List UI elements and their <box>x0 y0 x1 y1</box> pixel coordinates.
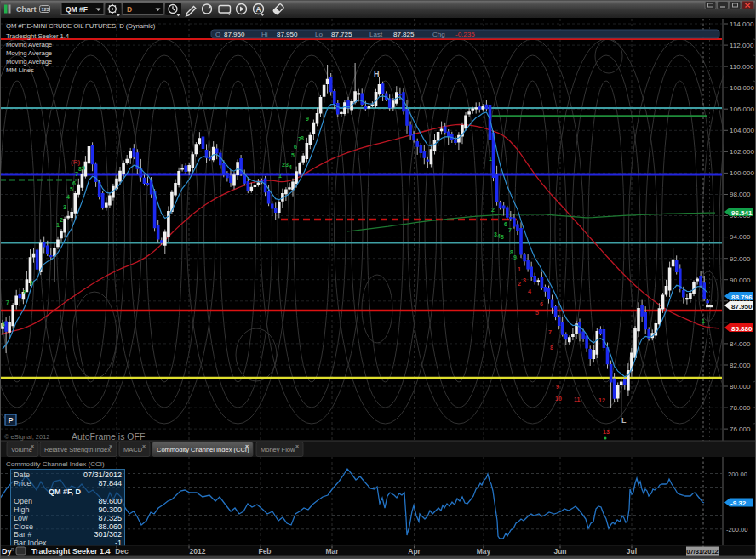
svg-text:88.796: 88.796 <box>731 294 753 301</box>
svg-text:9: 9 <box>82 165 85 171</box>
svg-text:Dy: Dy <box>2 547 12 556</box>
svg-text:82.000: 82.000 <box>730 362 751 369</box>
svg-text:1: 1 <box>518 266 521 272</box>
svg-text:5: 5 <box>291 152 295 158</box>
svg-text:1: 1 <box>702 318 705 324</box>
svg-text:90.300: 90.300 <box>98 505 122 514</box>
svg-text:6: 6 <box>2 322 5 328</box>
svg-text:QM #F: QM #F <box>66 5 88 14</box>
svg-text:114.000: 114.000 <box>730 20 754 28</box>
svg-text:87.725: 87.725 <box>331 31 352 38</box>
svg-text:6: 6 <box>294 144 297 150</box>
svg-text:6: 6 <box>504 221 507 227</box>
svg-text:4: 4 <box>66 194 70 200</box>
svg-text:102.000: 102.000 <box>730 148 754 156</box>
svg-text:High: High <box>14 505 30 514</box>
svg-text:×: × <box>31 443 34 449</box>
svg-text:Feb: Feb <box>258 547 271 556</box>
svg-text:88.060: 88.060 <box>98 522 122 531</box>
svg-text:301/302: 301/302 <box>94 530 122 539</box>
svg-text:12: 12 <box>598 397 605 403</box>
svg-text:Dec: Dec <box>115 547 129 556</box>
svg-text:Open: Open <box>14 497 32 505</box>
svg-text:100.000: 100.000 <box>730 169 754 177</box>
svg-text:Mar: Mar <box>325 547 339 556</box>
svg-text:4: 4 <box>528 288 531 294</box>
svg-text:9: 9 <box>513 254 517 260</box>
svg-text:Chg: Chg <box>432 31 445 38</box>
svg-text:Low: Low <box>14 514 28 522</box>
svg-text:Commodity Channel Index (CCI): Commodity Channel Index (CCI) <box>157 446 249 453</box>
svg-text:Price: Price <box>14 479 32 488</box>
svg-text:L: L <box>621 416 627 425</box>
svg-text:110.000: 110.000 <box>730 63 754 71</box>
svg-text:Tradesight Seeker 1.4: Tradesight Seeker 1.4 <box>32 547 111 556</box>
svg-text:90.000: 90.000 <box>730 277 751 284</box>
svg-text:13: 13 <box>603 429 610 435</box>
svg-text:7: 7 <box>548 329 552 335</box>
svg-text:112.000: 112.000 <box>730 42 754 49</box>
svg-text:87.950: 87.950 <box>731 303 753 311</box>
svg-text:7: 7 <box>508 227 512 233</box>
svg-text:Close: Close <box>14 522 33 531</box>
svg-text:89.600: 89.600 <box>98 497 122 505</box>
svg-text:98.000: 98.000 <box>730 191 751 198</box>
svg-text:Lo: Lo <box>315 31 323 38</box>
svg-text:Date: Date <box>14 471 30 479</box>
svg-text:(R): (R) <box>71 158 80 166</box>
svg-text:87.844: 87.844 <box>98 479 122 488</box>
svg-text:9: 9 <box>306 116 309 122</box>
svg-text:MACD: MACD <box>123 446 143 453</box>
svg-text:Moving Average: Moving Average <box>6 58 52 66</box>
svg-text:87.950: 87.950 <box>277 31 298 38</box>
svg-text:108.000: 108.000 <box>730 84 754 92</box>
svg-text:6: 6 <box>72 180 76 186</box>
svg-text:92.000: 92.000 <box>730 255 751 263</box>
svg-text:Moving Average: Moving Average <box>6 49 52 57</box>
svg-text:87.825: 87.825 <box>393 31 415 38</box>
svg-text:4: 4 <box>289 164 292 170</box>
svg-text:123: 123 <box>42 7 49 12</box>
svg-text:96.541: 96.541 <box>731 209 753 217</box>
svg-text:94.000: 94.000 <box>730 233 751 241</box>
svg-text:8: 8 <box>301 135 304 141</box>
svg-text:9: 9 <box>30 280 33 286</box>
svg-text:87.325: 87.325 <box>98 514 122 522</box>
svg-text:×: × <box>109 443 112 449</box>
svg-text:×: × <box>245 443 249 449</box>
svg-text:Volume: Volume <box>11 446 32 453</box>
svg-text:May: May <box>477 547 491 556</box>
svg-text:×: × <box>295 443 299 449</box>
svg-text:Hi: Hi <box>261 31 268 38</box>
svg-text:3: 3 <box>523 277 526 283</box>
svg-text:2: 2 <box>491 207 495 213</box>
svg-text:200.00: 200.00 <box>728 471 747 478</box>
svg-text:5: 5 <box>70 186 73 192</box>
svg-text:-200.00: -200.00 <box>726 526 747 533</box>
svg-text:×: × <box>142 443 146 449</box>
svg-text:87.950: 87.950 <box>224 31 245 38</box>
svg-text:n: n <box>11 546 14 552</box>
svg-text:Apr: Apr <box>408 547 421 556</box>
svg-text:O: O <box>215 31 220 38</box>
svg-text:76.000: 76.000 <box>730 425 751 433</box>
svg-text:5: 5 <box>536 310 539 316</box>
svg-text:1: 1 <box>278 173 282 179</box>
svg-text:Moving Average: Moving Average <box>6 41 52 48</box>
svg-text:104.000: 104.000 <box>730 127 754 134</box>
svg-text:Last: Last <box>369 31 383 38</box>
svg-text:85.880: 85.880 <box>731 325 753 333</box>
svg-text:9: 9 <box>556 384 559 390</box>
svg-text:Tradesight Seeker 1.4: Tradesight Seeker 1.4 <box>6 32 70 40</box>
svg-text:6: 6 <box>540 301 543 307</box>
svg-text:QM #F,E-MINI CRUDE OIL FUTURES: QM #F,E-MINI CRUDE OIL FUTURES, D (Dynam… <box>6 22 156 30</box>
svg-text:8: 8 <box>550 345 553 351</box>
svg-text:1: 1 <box>489 156 492 162</box>
svg-text:2: 2 <box>60 217 63 223</box>
svg-text:106.000: 106.000 <box>730 106 754 113</box>
svg-text:2012: 2012 <box>190 547 206 556</box>
svg-text:84.000: 84.000 <box>730 340 751 348</box>
svg-text:5: 5 <box>501 234 504 240</box>
svg-text:2: 2 <box>518 281 521 287</box>
svg-text:3: 3 <box>63 204 66 210</box>
